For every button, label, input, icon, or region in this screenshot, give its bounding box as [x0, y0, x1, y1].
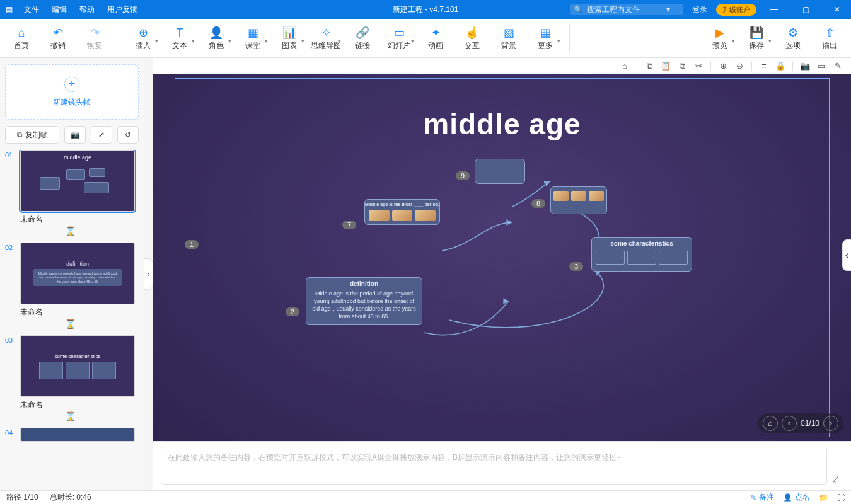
- anim-button[interactable]: ✦动画: [418, 20, 453, 57]
- preview-button[interactable]: ▶预览▾: [702, 20, 738, 57]
- search-dropdown-icon[interactable]: ▾: [666, 5, 670, 14]
- pager-home-button[interactable]: ⌂: [763, 416, 778, 431]
- grid-icon: ▦: [540, 25, 551, 40]
- tool-copy-icon[interactable]: ⧉: [642, 60, 656, 72]
- menu-file[interactable]: 文件: [18, 4, 45, 15]
- options-button[interactable]: ⚙选项: [775, 20, 811, 57]
- home-icon: ⌂: [18, 25, 25, 40]
- edit-icon[interactable]: ✎: [831, 60, 845, 72]
- text-button[interactable]: T文本▾: [162, 20, 197, 57]
- class-button[interactable]: ▦课堂▾: [235, 20, 270, 57]
- chevron-down-icon: ▾: [768, 38, 772, 44]
- node-badge-3[interactable]: 3: [569, 262, 583, 271]
- card-characteristics[interactable]: some characteristics: [591, 237, 692, 272]
- loop-icon: ↺: [125, 130, 131, 139]
- status-note-button[interactable]: ✎备注: [750, 492, 774, 503]
- node-badge-1[interactable]: 1: [185, 240, 199, 249]
- login-link[interactable]: 登录: [687, 4, 712, 15]
- notes-input[interactable]: [161, 447, 827, 485]
- upgrade-button[interactable]: 升级账户: [716, 4, 756, 16]
- lock-icon[interactable]: 🔒: [773, 60, 787, 72]
- star-icon: ✦: [431, 25, 441, 40]
- status-folder-icon[interactable]: 📁: [819, 493, 828, 502]
- camera-icon: 📷: [71, 130, 80, 139]
- camera-button[interactable]: 📷: [64, 126, 86, 144]
- undo-button[interactable]: ↶撤销: [40, 20, 76, 57]
- person-icon: 👤: [209, 25, 223, 40]
- insert-button[interactable]: ⊕插入▾: [125, 20, 161, 57]
- menu-help[interactable]: 帮助: [73, 4, 101, 15]
- canvas[interactable]: middle age 1 2 3 7 8 9 definition Middle…: [153, 74, 851, 441]
- pager-prev-button[interactable]: ‹: [782, 416, 797, 431]
- node-badge-8[interactable]: 8: [531, 199, 545, 208]
- copy-icon: ⧉: [17, 130, 23, 139]
- tool-clip-icon[interactable]: ✂: [692, 60, 705, 72]
- interact-button[interactable]: ☝交互: [454, 20, 490, 57]
- undo-icon: ↶: [54, 25, 63, 40]
- slides-list[interactable]: 01 middle age 未命名 ⌛ 02 definition Middl: [5, 150, 139, 490]
- tool-dup-icon[interactable]: ⧉: [675, 60, 689, 72]
- menu-edit[interactable]: 编辑: [45, 4, 73, 15]
- menu-feedback[interactable]: 用户反馈: [101, 4, 144, 15]
- zoom-out-icon[interactable]: ⊖: [732, 60, 746, 72]
- home-button[interactable]: ⌂首页: [4, 20, 39, 57]
- slide-button[interactable]: ▭幻灯片▾: [381, 20, 417, 57]
- mindmap-button[interactable]: ✧思维导图▾: [308, 20, 344, 57]
- pager-next-button[interactable]: ›: [823, 416, 838, 431]
- minimize-button[interactable]: —: [760, 0, 788, 19]
- tool-home-icon[interactable]: ⌂: [618, 60, 632, 72]
- slide-thumb-3[interactable]: 03 some characteristics 未命名 ⌛: [5, 335, 135, 424]
- text-icon: T: [177, 25, 183, 40]
- new-frame-button[interactable]: + 新建镜头帧: [5, 64, 139, 120]
- expand-grid-button[interactable]: ⤢: [91, 126, 112, 144]
- window-title: 新建工程 - v4.7.101: [393, 4, 459, 15]
- slide-thumb-1[interactable]: 01 middle age 未命名 ⌛: [5, 150, 135, 239]
- chart-button[interactable]: 📊图表▾: [272, 20, 307, 57]
- search-box[interactable]: 🔍 ▾: [570, 4, 683, 15]
- save-button[interactable]: 💾保存▾: [739, 20, 774, 57]
- link-button[interactable]: 🔗链接: [345, 20, 380, 57]
- align-icon[interactable]: ≡: [757, 60, 771, 72]
- node-badge-9[interactable]: 9: [456, 171, 470, 180]
- image-icon: ▧: [504, 25, 514, 40]
- more-button[interactable]: ▦更多▾: [528, 20, 563, 57]
- snapshot-icon[interactable]: 📷: [798, 60, 812, 72]
- chevron-down-icon: ▾: [301, 38, 304, 44]
- notes-expand-button[interactable]: ⤢: [827, 447, 843, 485]
- expand-icon: ⤢: [98, 130, 105, 139]
- slide-thumb-4[interactable]: 04: [5, 428, 135, 442]
- loop-button[interactable]: ↺: [117, 126, 139, 144]
- search-input[interactable]: [587, 5, 663, 14]
- card-definition[interactable]: definition Middle age is the period of a…: [306, 277, 422, 325]
- node-badge-7[interactable]: 7: [342, 220, 356, 229]
- canvas-headline[interactable]: middle age: [153, 107, 851, 141]
- card-8[interactable]: [550, 186, 607, 214]
- layers-icon[interactable]: ▭: [814, 60, 828, 72]
- status-fullscreen-icon[interactable]: ⛶: [837, 493, 845, 502]
- play-icon: ▶: [715, 25, 724, 40]
- mindmap-icon: ✧: [321, 25, 331, 40]
- plus-circle-icon: ⊕: [139, 25, 148, 40]
- export-button[interactable]: ⇧输出: [812, 20, 847, 57]
- link-icon: 🔗: [356, 25, 369, 40]
- status-roll-button[interactable]: 👤点名: [783, 492, 810, 503]
- bg-button[interactable]: ▧背景: [491, 20, 526, 57]
- right-panel-toggle[interactable]: ‹: [842, 239, 851, 271]
- node-badge-2[interactable]: 2: [286, 307, 299, 316]
- titlebar: ▤ 文件 编辑 帮助 用户反馈 新建工程 - v4.7.101 🔍 ▾ 登录 升…: [0, 0, 851, 19]
- user-icon: 👤: [783, 493, 792, 502]
- slide-thumb-2[interactable]: 02 definition Middle age is the period o…: [5, 243, 135, 331]
- role-button[interactable]: 👤角色▾: [199, 20, 234, 57]
- upload-icon: ⇧: [825, 25, 835, 40]
- redo-button[interactable]: ↷恢复: [77, 20, 112, 57]
- card-9[interactable]: [475, 159, 525, 184]
- tool-paste-icon[interactable]: 📋: [659, 60, 673, 72]
- status-path: 路径 1/10: [6, 492, 38, 503]
- collapse-button[interactable]: ‹: [144, 258, 153, 290]
- maximize-button[interactable]: ▢: [792, 0, 819, 19]
- close-button[interactable]: ✕: [823, 0, 851, 19]
- card-period[interactable]: Middle age is the most ____ period.: [364, 199, 440, 225]
- chevron-down-icon: ▾: [228, 38, 231, 44]
- copy-frame-button[interactable]: ⧉复制帧: [5, 126, 59, 144]
- zoom-in-icon[interactable]: ⊕: [716, 60, 730, 72]
